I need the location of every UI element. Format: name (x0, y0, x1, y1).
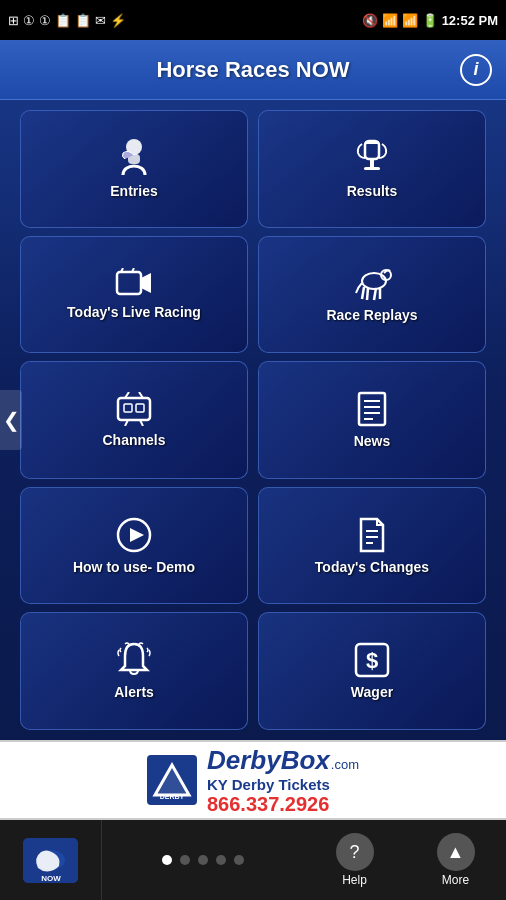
demo-button[interactable]: How to use- Demo (20, 487, 248, 605)
status-icon-4: 📋 (55, 13, 71, 28)
dollar-icon: $ (354, 642, 390, 678)
status-icon-5: 📋 (75, 13, 91, 28)
svg-rect-23 (359, 393, 385, 425)
results-label: Results (347, 183, 398, 199)
derby-brand: DerbyBox (207, 745, 330, 776)
news-label: News (354, 433, 391, 449)
status-icon-7: ⚡ (110, 13, 126, 28)
help-icon: ? (336, 833, 374, 871)
derby-logo: DERBY (147, 755, 197, 805)
grid-row-1: Entries Results (20, 110, 486, 228)
dot-1 (162, 855, 172, 865)
wager-button[interactable]: $ Wager (258, 612, 486, 730)
svg-text:NOW: NOW (41, 874, 61, 883)
status-icon-6: ✉ (95, 13, 106, 28)
tv-icon (115, 392, 153, 426)
status-bar: ⊞ ① ① 📋 📋 ✉ ⚡ 🔇 📶 📶 🔋 12:52 PM (0, 0, 506, 40)
svg-line-12 (362, 287, 364, 299)
race-replays-label: Race Replays (326, 307, 417, 323)
help-label: Help (342, 873, 367, 887)
grid-row-5: Alerts $ Wager (20, 612, 486, 730)
video-icon (115, 268, 153, 298)
dot-3 (198, 855, 208, 865)
play-icon (116, 517, 152, 553)
app-container: Horse Races NOW i ❮ Entries (0, 40, 506, 900)
status-icon-1: ⊞ (8, 13, 19, 28)
svg-marker-7 (141, 273, 151, 293)
news-icon (355, 391, 389, 427)
svg-marker-29 (130, 528, 144, 542)
main-grid: ❮ Entries (0, 100, 506, 740)
dot-5 (234, 855, 244, 865)
bell-icon (117, 642, 151, 678)
status-icons: ⊞ ① ① 📋 📋 ✉ ⚡ (8, 13, 126, 28)
info-button[interactable]: i (460, 54, 492, 86)
dot-2 (180, 855, 190, 865)
horse-icon (352, 265, 392, 301)
svg-rect-6 (117, 272, 141, 294)
bottom-nav: NOW ? Help ▲ More (0, 820, 506, 900)
grid-row-2: Today's Live Racing Race Replays (20, 236, 486, 354)
entries-button[interactable]: Entries (20, 110, 248, 228)
mute-icon: 🔇 (362, 13, 378, 28)
news-button[interactable]: News (258, 361, 486, 479)
ad-tagline: KY Derby Tickets (207, 776, 330, 793)
channels-label: Channels (102, 432, 165, 448)
alerts-label: Alerts (114, 684, 154, 700)
svg-text:$: $ (366, 648, 378, 673)
svg-rect-4 (370, 159, 374, 167)
svg-point-10 (362, 273, 386, 289)
grid-row-4: How to use- Demo Today's Changes (20, 487, 486, 605)
svg-rect-22 (136, 404, 144, 412)
app-logo: NOW (23, 838, 78, 883)
svg-rect-16 (118, 398, 150, 420)
entries-label: Entries (110, 183, 157, 199)
results-button[interactable]: Results (258, 110, 486, 228)
alerts-button[interactable]: Alerts (20, 612, 248, 730)
status-icon-2: ① (23, 13, 35, 28)
more-label: More (442, 873, 469, 887)
channels-button[interactable]: Channels (20, 361, 248, 479)
wager-label: Wager (351, 684, 393, 700)
more-button[interactable]: ▲ More (405, 820, 506, 900)
svg-text:DERBY: DERBY (160, 793, 185, 800)
page-dots (102, 820, 304, 900)
ad-phone: 866.337.2926 (207, 793, 329, 816)
dot-4 (216, 855, 226, 865)
grid-row-3: Channels News (20, 361, 486, 479)
derby-domain: .com (331, 757, 359, 772)
time-display: 12:52 PM (442, 13, 498, 28)
jockey-icon (115, 139, 153, 177)
chevron-left-button[interactable]: ❮ (0, 390, 22, 450)
document-icon (357, 517, 387, 553)
nav-logo-item[interactable]: NOW (0, 820, 102, 900)
live-racing-button[interactable]: Today's Live Racing (20, 236, 248, 354)
app-title: Horse Races NOW (156, 57, 349, 83)
changes-button[interactable]: Today's Changes (258, 487, 486, 605)
ad-text: DerbyBox .com KY Derby Tickets 866.337.2… (207, 745, 359, 816)
svg-rect-5 (364, 167, 380, 170)
svg-line-13 (367, 288, 368, 300)
status-icon-3: ① (39, 13, 51, 28)
more-icon: ▲ (437, 833, 475, 871)
trophy-icon (355, 139, 389, 177)
wifi-icon: 📶 (382, 13, 398, 28)
help-button[interactable]: ? Help (304, 820, 405, 900)
signal-icon: 📶 (402, 13, 418, 28)
changes-label: Today's Changes (315, 559, 429, 575)
status-right: 🔇 📶 📶 🔋 12:52 PM (362, 13, 498, 28)
live-racing-label: Today's Live Racing (67, 304, 201, 320)
ad-banner[interactable]: DERBY DerbyBox .com KY Derby Tickets 866… (0, 740, 506, 820)
svg-rect-21 (124, 404, 132, 412)
race-replays-button[interactable]: Race Replays (258, 236, 486, 354)
app-header: Horse Races NOW i (0, 40, 506, 100)
battery-icon: 🔋 (422, 13, 438, 28)
demo-label: How to use- Demo (73, 559, 195, 575)
